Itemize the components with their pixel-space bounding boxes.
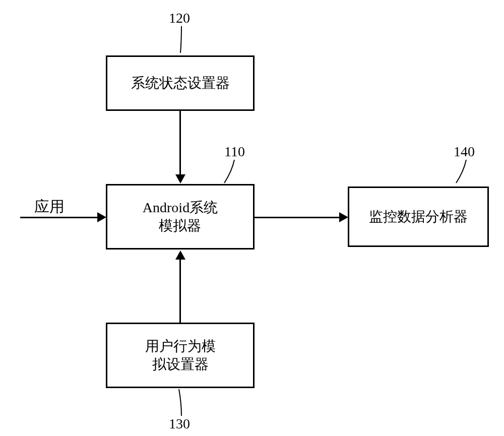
label-120: 120 (169, 10, 190, 26)
label-110: 110 (224, 144, 245, 160)
arrowhead-input (97, 212, 106, 222)
box-android-text: Android系统 模拟器 (143, 199, 218, 235)
box-monitor-text: 监控数据分析器 (369, 208, 468, 226)
leader-120 (176, 25, 192, 55)
input-label: 应用 (34, 197, 65, 217)
leader-130 (174, 388, 189, 418)
arrow-110-to-140 (255, 217, 340, 218)
arrow-120-to-110 (179, 111, 181, 175)
arrow-130-to-110 (179, 259, 181, 323)
box-system-state-setter: 系统状态设置器 (106, 55, 255, 111)
label-140: 140 (454, 144, 475, 160)
leader-110 (222, 159, 242, 186)
arrowhead-130-to-110 (175, 251, 185, 260)
arrowhead-110-to-140 (339, 212, 348, 222)
arrow-input (20, 217, 98, 218)
box-system-state-text: 系统状态设置器 (131, 74, 230, 92)
box-user-behavior-setter: 用户行为模 拟设置器 (106, 323, 255, 388)
leader-140 (454, 159, 474, 186)
box-user-behavior-text: 用户行为模 拟设置器 (145, 337, 216, 374)
box-monitor-analyzer: 监控数据分析器 (348, 186, 489, 247)
arrowhead-120-to-110 (175, 174, 185, 183)
box-android-emulator: Android系统 模拟器 (106, 184, 255, 250)
